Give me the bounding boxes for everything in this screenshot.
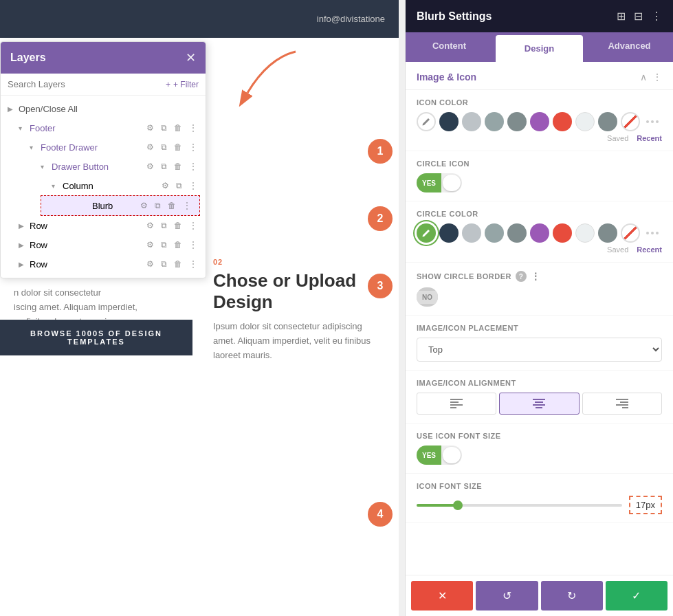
settings-more-icon[interactable]: ⋮ [651,10,662,23]
row1-more-icon[interactable]: ⋮ [188,219,199,232]
icon-color-white-swatch[interactable] [575,112,595,131]
icon-color-dark-swatch[interactable] [439,112,459,131]
tab-advanced[interactable]: Advanced [586,32,673,62]
footer-drawer-copy-icon[interactable]: ⧉ [159,141,168,153]
layer-item-row-1[interactable]: ▶ Row ⚙ ⧉ 🗑 ⋮ [1,216,206,235]
icon-font-size-slider-track[interactable] [417,504,622,507]
open-close-all-item[interactable]: ▶ Open/Close All [1,100,206,118]
align-center-button[interactable] [499,393,579,415]
undo-button[interactable]: ↺ [476,581,538,610]
collapse-icon[interactable]: ∧ [640,72,647,82]
circle-color-mid-gray-swatch[interactable] [507,223,527,243]
settings-expand-icon[interactable]: ⊞ [617,10,626,23]
show-circle-border-toggle[interactable]: NO [417,287,662,307]
align-left-button[interactable] [417,393,496,415]
icon-font-size-slider-thumb[interactable] [453,500,463,510]
footer-drawer-delete-icon[interactable]: 🗑 [173,141,184,153]
layers-close-button[interactable]: ✕ [186,50,196,65]
section-more-icon[interactable]: ⋮ [652,72,662,82]
placement-select[interactable]: Top Left Right Bottom [417,338,662,362]
use-icon-font-size-toggle-switch[interactable]: YES [417,446,462,465]
circle-color-red-swatch[interactable] [553,223,572,243]
column-settings-icon[interactable]: ⚙ [160,179,170,192]
tab-design[interactable]: Design [496,35,583,62]
show-circle-border-help-icon[interactable]: ? [516,271,527,282]
show-circle-border-more-icon[interactable]: ⋮ [531,271,541,282]
align-right-button[interactable] [582,393,662,415]
drawer-button-settings-icon[interactable]: ⚙ [145,160,155,173]
drawer-button-more-icon[interactable]: ⋮ [188,160,199,173]
circle-color-purple-swatch[interactable] [530,223,549,243]
show-circle-border-toggle-switch[interactable]: NO [417,287,438,307]
column-more-icon[interactable]: ⋮ [188,179,199,192]
circle-icon-toggle[interactable]: YES [417,173,662,192]
filter-button[interactable]: + + Filter [166,80,199,89]
icon-color-mid-gray-swatch[interactable] [507,112,527,131]
row3-more-icon[interactable]: ⋮ [188,258,199,270]
layer-item-footer[interactable]: ▾ Footer ⚙ ⧉ 🗑 ⋮ [1,118,206,138]
drawer-button-copy-icon[interactable]: ⧉ [159,160,168,173]
layer-item-row-2[interactable]: ▶ Row ⚙ ⧉ 🗑 ⋮ [1,235,206,254]
footer-settings-icon[interactable]: ⚙ [145,122,155,134]
layer-item-footer-drawer[interactable]: ▾ Footer Drawer ⚙ ⧉ 🗑 ⋮ [1,138,206,157]
icon-font-size-value[interactable]: 17px [629,496,662,514]
icon-color-red-swatch[interactable] [553,112,572,131]
row2-delete-icon[interactable]: 🗑 [173,239,184,251]
page-header: info@divistatione [0,0,399,38]
row3-delete-icon[interactable]: 🗑 [173,258,184,270]
redo-button[interactable]: ↻ [541,581,603,610]
footer-more-icon[interactable]: ⋮ [188,122,199,134]
blurb-more-icon[interactable]: ⋮ [181,199,192,212]
footer-drawer-more-icon[interactable]: ⋮ [188,141,199,153]
layers-search-input[interactable] [8,79,160,89]
chevron-down-icon: ▾ [41,163,52,170]
circle-color-light-gray-swatch[interactable] [462,223,481,243]
row1-delete-icon[interactable]: 🗑 [173,219,184,232]
layer-item-column[interactable]: ▾ Column ⚙ ⧉ ⋮ [1,176,206,195]
blurb-settings-icon[interactable]: ⚙ [139,199,149,212]
circle-border-no[interactable]: NO [417,291,438,304]
settings-columns-icon[interactable]: ⊟ [634,10,643,23]
circle-color-more[interactable] [646,232,659,234]
circle-color-gray-swatch[interactable] [485,223,504,243]
circle-color-none-swatch[interactable] [621,223,640,243]
icon-color-more[interactable] [646,120,659,123]
circle-color-white-swatch[interactable] [575,223,595,243]
icon-color-light-gray-swatch[interactable] [462,112,481,131]
column-copy-icon[interactable]: ⧉ [175,179,184,192]
icon-color-recent-label[interactable]: Recent [637,134,662,142]
use-icon-font-size-toggle[interactable]: YES [417,446,662,465]
layer-item-drawer-button[interactable]: ▾ Drawer Button ⚙ ⧉ 🗑 ⋮ [1,157,206,176]
row2-copy-icon[interactable]: ⧉ [159,239,168,251]
footer-delete-icon[interactable]: 🗑 [173,122,184,134]
row3-settings-icon[interactable]: ⚙ [145,258,155,270]
icon-color-slate-swatch[interactable] [598,112,617,131]
blurb-copy-icon[interactable]: ⧉ [153,199,162,212]
cancel-button[interactable]: ✕ [411,581,473,610]
circle-color-selected-swatch[interactable] [417,223,436,243]
circle-color-slate-swatch[interactable] [598,223,617,243]
row1-settings-icon[interactable]: ⚙ [145,219,155,232]
circle-icon-toggle-switch[interactable]: YES [417,173,462,192]
layer-item-row-3[interactable]: ▶ Row ⚙ ⧉ 🗑 ⋮ [1,254,206,274]
icon-color-purple-swatch[interactable] [530,112,549,131]
footer-copy-icon[interactable]: ⧉ [159,122,168,134]
row3-copy-icon[interactable]: ⧉ [159,258,168,270]
row2-more-icon[interactable]: ⋮ [188,239,199,251]
circle-icon-yes[interactable]: YES [417,173,441,192]
row2-settings-icon[interactable]: ⚙ [145,239,155,251]
footer-drawer-settings-icon[interactable]: ⚙ [145,141,155,153]
circle-color-recent-label[interactable]: Recent [637,245,662,254]
save-button[interactable]: ✓ [606,581,668,610]
tab-content[interactable]: Content [406,32,493,62]
layer-item-blurb[interactable]: Blurb ⚙ ⧉ 🗑 ⋮ [41,195,200,216]
browse-button[interactable]: BROWSE 1000S OF DESIGN TEMPLATES [0,320,192,355]
icon-color-pen-swatch[interactable] [417,112,436,131]
use-icon-font-size-yes[interactable]: YES [417,446,441,465]
icon-color-gray-swatch[interactable] [485,112,504,131]
icon-color-none-swatch[interactable] [621,112,640,131]
circle-color-dark-swatch[interactable] [439,223,459,243]
blurb-delete-icon[interactable]: 🗑 [166,199,177,212]
row1-copy-icon[interactable]: ⧉ [159,219,168,232]
drawer-button-delete-icon[interactable]: 🗑 [173,160,184,173]
